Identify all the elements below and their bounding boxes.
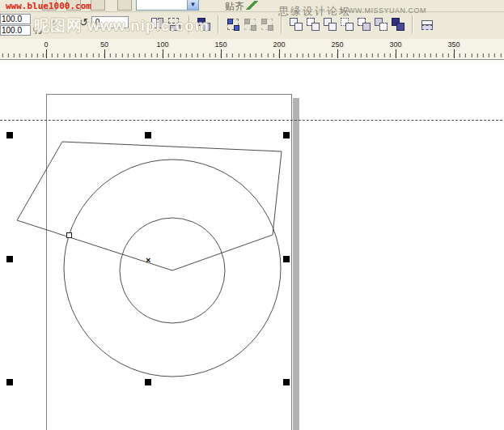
selection-handle[interactable]: [145, 379, 151, 385]
selection-handle[interactable]: [283, 379, 290, 385]
coreldraw-window: ▼ 贴齐 % ↺ www.blue1000.com 昵图网 www.nipic.…: [0, 0, 504, 430]
curve-node-marker[interactable]: [66, 232, 72, 238]
pentagon-shape[interactable]: [17, 142, 282, 270]
blue1000-watermark: www.blue1000.com: [6, 1, 91, 11]
selection-handle[interactable]: [283, 132, 290, 138]
selection-handle[interactable]: [6, 256, 13, 262]
selection-handle[interactable]: [283, 256, 290, 262]
drawing-objects: [0, 0, 504, 430]
selection-handle[interactable]: [145, 132, 151, 138]
outer-circle[interactable]: [64, 160, 281, 377]
missyuan-watermark-en: WWW.MISSYUAN.COM: [341, 6, 426, 15]
selection-handle[interactable]: [6, 132, 13, 138]
nipic-watermark: 昵图网 www.nipic.com: [34, 15, 210, 36]
selection-center-mark: ×: [146, 256, 150, 264]
selection-handle[interactable]: [6, 379, 13, 385]
